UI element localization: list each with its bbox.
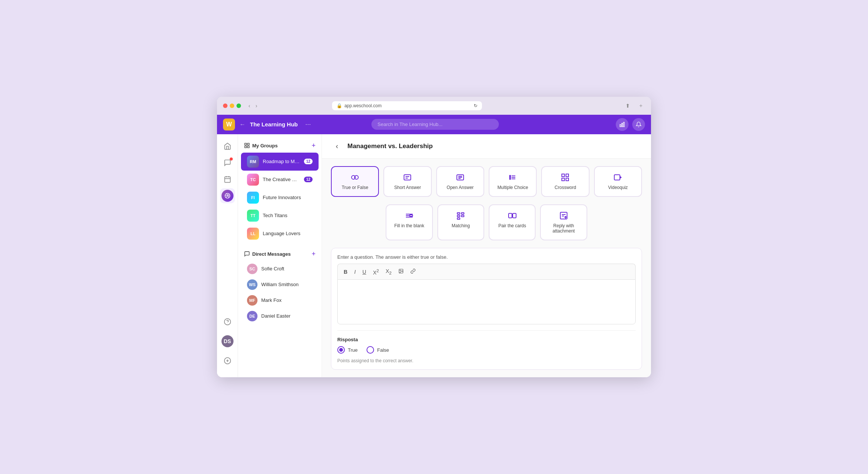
header-search-input[interactable] <box>371 119 499 130</box>
svg-rect-45 <box>457 215 460 217</box>
quiz-type-pair-cards[interactable]: Pair the cards <box>489 204 536 240</box>
sidebar-calendar-btn[interactable] <box>220 172 235 187</box>
sidebar-help-btn[interactable] <box>220 314 235 329</box>
subscript-btn[interactable]: X2 <box>383 267 394 277</box>
svg-rect-2 <box>623 122 624 127</box>
quiz-icon-pair-cards <box>508 211 517 220</box>
content-area: ‹ Management vs. Leadership True or Fals… <box>322 134 651 378</box>
header-more-btn[interactable]: ··· <box>305 120 311 128</box>
sidebar-chat-btn[interactable] <box>220 155 235 170</box>
svg-rect-34 <box>566 174 569 177</box>
svg-rect-14 <box>247 143 249 145</box>
sidebar-groups-btn[interactable] <box>220 188 235 203</box>
traffic-light-green[interactable] <box>236 104 241 108</box>
sidebar-home-btn[interactable] <box>220 139 235 154</box>
svg-rect-47 <box>457 218 460 219</box>
svg-rect-44 <box>461 213 464 214</box>
sidebar-group-innovators[interactable]: FI Future Innovators <box>241 189 319 207</box>
sidebar-group-roadmap[interactable]: RM Roadmap to Management 12 <box>241 153 319 171</box>
quiz-type-row2: Fill in the blank Matching Pair the card… <box>386 204 587 240</box>
quiz-label-pair-cards: Pair the cards <box>498 223 526 228</box>
bell-btn[interactable] <box>632 118 645 131</box>
svg-rect-36 <box>566 178 569 181</box>
chart-btn[interactable] <box>616 118 629 131</box>
traffic-light-yellow[interactable] <box>230 104 234 108</box>
svg-rect-42 <box>410 215 413 216</box>
dm-item-daniel[interactable]: DE Daniel Easter <box>241 308 319 324</box>
false-label: False <box>377 347 389 353</box>
quiz-type-crossword[interactable]: Crossword <box>541 166 589 197</box>
icon-sidebar-bottom: DS <box>220 314 235 373</box>
italic-btn[interactable]: I <box>352 267 358 277</box>
browser-window: ‹ › 🔒 app.weschool.com ↻ ⬆ ＋ W ← The Lea… <box>217 97 651 378</box>
quiz-type-videoquiz[interactable]: Videoquiz <box>594 166 642 197</box>
quiz-type-matching[interactable]: Matching <box>437 204 484 240</box>
quiz-type-reply-attachment[interactable]: Reply with attachment <box>540 204 587 240</box>
hub-title: The Learning Hub <box>250 121 298 128</box>
true-radio[interactable] <box>337 346 345 354</box>
sidebar-add-btn[interactable] <box>220 353 235 368</box>
quiz-type-true-false[interactable]: True or False <box>331 166 379 197</box>
quiz-type-multiple-choice[interactable]: Multiple Choice <box>489 166 537 197</box>
dm-item-sofie[interactable]: SC Sofie Croft <box>241 261 319 277</box>
quiz-type-fill-blank[interactable]: Fill in the blank <box>386 204 433 240</box>
my-groups-header: My Groups + <box>238 140 322 153</box>
superscript-btn[interactable]: X2 <box>371 267 381 277</box>
page-back-btn[interactable]: ‹ <box>331 140 343 152</box>
sidebar-back-btn[interactable]: ← <box>239 121 245 128</box>
dm-name-sofie: Sofie Croft <box>261 266 284 272</box>
sidebar-group-titans[interactable]: TT Tech Titans <box>241 207 319 225</box>
svg-point-29 <box>510 177 511 178</box>
svg-rect-3 <box>224 177 230 182</box>
quiz-type-row2-container: Fill in the blank Matching Pair the card… <box>331 204 642 240</box>
url-text: app.weschool.com <box>344 103 382 108</box>
quiz-icon-crossword <box>561 173 570 182</box>
quiz-icon-reply-attachment <box>559 211 568 220</box>
address-bar[interactable]: 🔒 app.weschool.com ↻ <box>332 101 482 110</box>
false-radio[interactable] <box>367 346 374 354</box>
svg-rect-13 <box>245 143 247 145</box>
link-btn[interactable] <box>408 267 418 277</box>
browser-forward-btn[interactable]: › <box>254 102 259 110</box>
page-header: ‹ Management vs. Leadership <box>322 134 651 159</box>
quiz-label-multiple-choice: Multiple Choice <box>497 185 528 190</box>
editor-hint: Enter a question. The answer is either t… <box>337 254 636 260</box>
share-btn[interactable]: ⬆ <box>624 102 632 110</box>
false-option[interactable]: False <box>367 346 389 354</box>
quiz-type-row1: True or False Short Answer Open Answer M… <box>331 166 642 197</box>
bold-btn[interactable]: B <box>341 267 350 277</box>
svg-rect-1 <box>622 123 623 126</box>
browser-actions: ⬆ ＋ <box>624 102 645 110</box>
quiz-label-open-answer: Open Answer <box>447 185 474 190</box>
underline-btn[interactable]: U <box>360 267 368 277</box>
quiz-icon-short-answer <box>403 173 412 182</box>
dm-header: Direct Messages + <box>238 249 322 261</box>
quiz-type-open-answer[interactable]: Open Answer <box>436 166 484 197</box>
my-groups-title: My Groups <box>244 142 278 148</box>
editor-body[interactable] <box>337 279 636 324</box>
browser-chrome: ‹ › 🔒 app.weschool.com ↻ ⬆ ＋ <box>217 97 651 115</box>
add-dm-btn[interactable]: + <box>311 250 316 258</box>
reload-icon[interactable]: ↻ <box>474 103 477 108</box>
group-badge-creative: 12 <box>304 177 313 182</box>
new-tab-btn[interactable]: ＋ <box>637 102 645 110</box>
user-avatar-btn[interactable]: DS <box>220 334 235 349</box>
sidebar-group-language[interactable]: LL Language Lovers <box>241 225 319 243</box>
quiz-label-videoquiz: Videoquiz <box>608 185 628 190</box>
quiz-icon-fill-blank <box>405 211 414 220</box>
traffic-light-red[interactable] <box>223 104 227 108</box>
add-group-btn[interactable]: + <box>311 142 316 150</box>
svg-point-56 <box>400 270 401 271</box>
sidebar-group-creative[interactable]: TC The Creative Crew 12 <box>241 171 319 189</box>
quiz-icon-matching <box>456 211 465 220</box>
dm-item-mark[interactable]: MF Mark Fox <box>241 292 319 308</box>
true-option[interactable]: True <box>337 346 358 354</box>
quiz-type-short-answer[interactable]: Short Answer <box>383 166 431 197</box>
dm-item-william[interactable]: WS William Smithson <box>241 277 319 292</box>
image-btn[interactable] <box>396 267 406 277</box>
dm-name-mark: Mark Fox <box>261 297 281 303</box>
browser-back-btn[interactable]: ‹ <box>247 102 252 110</box>
points-hint: Points assigned to the correct answer. <box>337 358 636 363</box>
app-logo: W <box>223 118 235 130</box>
quiz-label-reply-attachment: Reply with attachment <box>545 223 582 234</box>
